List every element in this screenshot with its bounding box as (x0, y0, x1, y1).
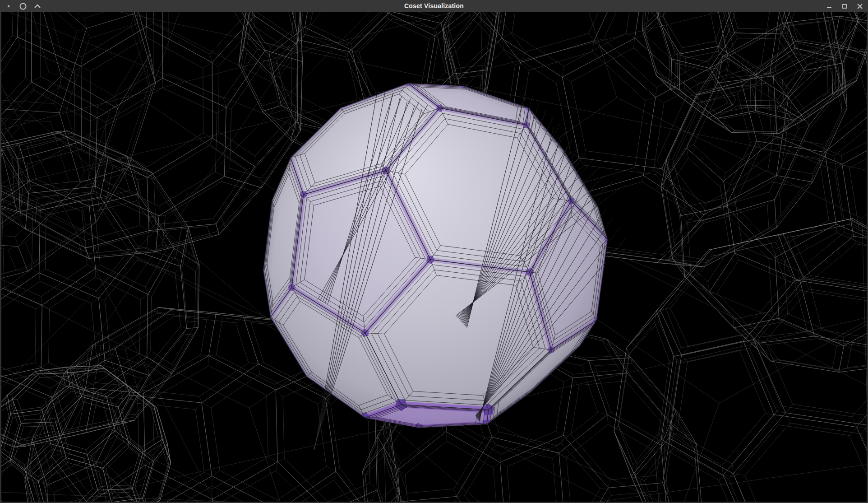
window-controls (826, 0, 863, 12)
chevron-up-icon[interactable] (32, 1, 42, 11)
circle-icon[interactable] (18, 1, 28, 11)
titlebar[interactable]: Coset Visualization (0, 0, 868, 12)
window-content-frame (0, 12, 868, 503)
minimize-button[interactable] (826, 3, 833, 10)
maximize-button[interactable] (841, 3, 848, 10)
close-button[interactable] (856, 3, 863, 10)
window-title: Coset Visualization (0, 0, 868, 12)
titlebar-left-icons (4, 0, 42, 12)
app-window: Coset Visualization (0, 0, 868, 503)
viewport-canvas[interactable] (1, 12, 867, 502)
dot-icon (4, 1, 14, 11)
